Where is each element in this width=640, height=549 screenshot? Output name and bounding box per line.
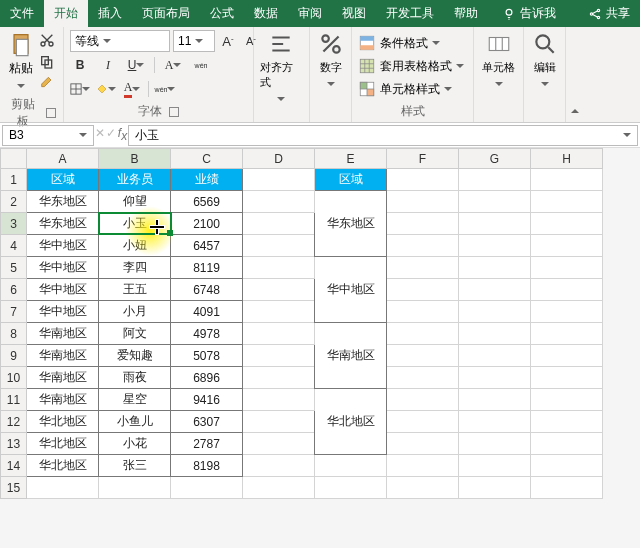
- increase-font-button[interactable]: Aˆ: [218, 31, 238, 51]
- cell[interactable]: [531, 213, 603, 235]
- table-format-button[interactable]: 套用表格格式: [358, 55, 464, 77]
- cell[interactable]: [243, 301, 315, 323]
- cell[interactable]: 阿文: [99, 323, 171, 345]
- row-header[interactable]: 4: [1, 235, 27, 257]
- bold-button[interactable]: B: [70, 55, 90, 75]
- cell[interactable]: 6569: [171, 191, 243, 213]
- cell[interactable]: 华东地区: [27, 213, 99, 235]
- cell[interactable]: 星空: [99, 389, 171, 411]
- cell[interactable]: [531, 389, 603, 411]
- tab-insert[interactable]: 插入: [88, 0, 132, 27]
- underline-button[interactable]: U: [126, 55, 146, 75]
- cell[interactable]: [387, 323, 459, 345]
- cell[interactable]: 小花: [99, 433, 171, 455]
- tab-review[interactable]: 审阅: [288, 0, 332, 27]
- cell[interactable]: [315, 477, 387, 499]
- cell[interactable]: 8198: [171, 455, 243, 477]
- cell[interactable]: 华中地区: [27, 235, 99, 257]
- cell[interactable]: [459, 389, 531, 411]
- cell[interactable]: [459, 345, 531, 367]
- phonetic-button[interactable]: wén: [155, 79, 175, 99]
- cell[interactable]: 爱知趣: [99, 345, 171, 367]
- paste-button[interactable]: 粘贴: [6, 30, 35, 93]
- align-button[interactable]: 对齐方式: [260, 30, 302, 106]
- cell[interactable]: [387, 455, 459, 477]
- share-button[interactable]: 共享: [578, 0, 640, 27]
- cell[interactable]: [243, 345, 315, 367]
- editing-button[interactable]: 编辑: [530, 30, 559, 91]
- cell[interactable]: [243, 279, 315, 301]
- cell[interactable]: [459, 191, 531, 213]
- col-header[interactable]: F: [387, 149, 459, 169]
- cell[interactable]: [459, 477, 531, 499]
- cell[interactable]: [243, 455, 315, 477]
- cell[interactable]: [459, 257, 531, 279]
- italic-button[interactable]: I: [98, 55, 118, 75]
- tab-tellme[interactable]: 告诉我: [492, 0, 566, 27]
- cell[interactable]: 8119: [171, 257, 243, 279]
- cell[interactable]: 华南地区: [27, 389, 99, 411]
- cell[interactable]: 业务员: [99, 169, 171, 191]
- col-header[interactable]: B: [99, 149, 171, 169]
- row-header[interactable]: 14: [1, 455, 27, 477]
- confirm-icon[interactable]: ✓: [106, 126, 116, 143]
- cell[interactable]: [243, 191, 315, 213]
- cell[interactable]: 华中地区: [27, 301, 99, 323]
- cell[interactable]: 华北地区: [315, 389, 387, 455]
- font-color-alt-button[interactable]: A: [163, 55, 183, 75]
- cell[interactable]: [531, 235, 603, 257]
- cell[interactable]: [387, 389, 459, 411]
- cell[interactable]: [99, 477, 171, 499]
- format-painter-button[interactable]: [37, 74, 57, 94]
- cell[interactable]: 张三: [99, 455, 171, 477]
- cell[interactable]: 华中地区: [315, 257, 387, 323]
- cell[interactable]: [531, 345, 603, 367]
- cell[interactable]: [243, 257, 315, 279]
- cell[interactable]: 小玉: [99, 213, 171, 235]
- cell[interactable]: [387, 191, 459, 213]
- cell[interactable]: [531, 191, 603, 213]
- row-header[interactable]: 15: [1, 477, 27, 499]
- dialog-launcher-icon[interactable]: [46, 107, 57, 119]
- borders-button[interactable]: [70, 79, 90, 99]
- cell[interactable]: 4978: [171, 323, 243, 345]
- row-header[interactable]: 3: [1, 213, 27, 235]
- col-header[interactable]: H: [531, 149, 603, 169]
- cell[interactable]: [387, 433, 459, 455]
- col-header[interactable]: D: [243, 149, 315, 169]
- cell[interactable]: [531, 301, 603, 323]
- cell[interactable]: 区域: [27, 169, 99, 191]
- row-header[interactable]: 1: [1, 169, 27, 191]
- cell[interactable]: 5078: [171, 345, 243, 367]
- cell[interactable]: [459, 455, 531, 477]
- tab-file[interactable]: 文件: [0, 0, 44, 27]
- cell[interactable]: [459, 367, 531, 389]
- formula-input[interactable]: 小玉: [128, 125, 638, 146]
- cell[interactable]: 华东地区: [27, 191, 99, 213]
- cell[interactable]: [387, 213, 459, 235]
- cell[interactable]: [531, 279, 603, 301]
- cells-button[interactable]: 单元格: [480, 30, 517, 91]
- col-header[interactable]: A: [27, 149, 99, 169]
- cell[interactable]: 区域: [315, 169, 387, 191]
- copy-button[interactable]: [37, 52, 57, 72]
- cell[interactable]: [243, 477, 315, 499]
- cell[interactable]: 华中地区: [27, 279, 99, 301]
- cell[interactable]: 2100: [171, 213, 243, 235]
- cell[interactable]: [243, 389, 315, 411]
- cell[interactable]: [243, 411, 315, 433]
- name-box[interactable]: B3: [2, 125, 94, 146]
- cell[interactable]: 李四: [99, 257, 171, 279]
- cell[interactable]: 华东地区: [315, 191, 387, 257]
- tab-data[interactable]: 数据: [244, 0, 288, 27]
- cell[interactable]: [531, 323, 603, 345]
- cell-style-button[interactable]: 单元格样式: [358, 78, 452, 100]
- cell[interactable]: [459, 323, 531, 345]
- font-size-combo[interactable]: 11: [173, 30, 215, 52]
- cell[interactable]: 2787: [171, 433, 243, 455]
- cell[interactable]: 小月: [99, 301, 171, 323]
- collapse-ribbon-icon[interactable]: [571, 104, 579, 118]
- cell[interactable]: [387, 345, 459, 367]
- cell[interactable]: [387, 411, 459, 433]
- cell[interactable]: 华北地区: [27, 433, 99, 455]
